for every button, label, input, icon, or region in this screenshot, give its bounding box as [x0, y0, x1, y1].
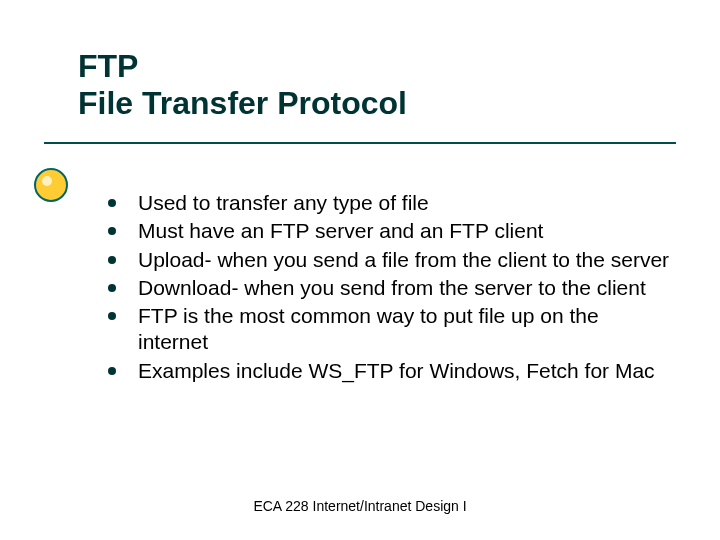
list-item: Upload- when you send a file from the cl… [108, 247, 670, 273]
title-underline [44, 142, 676, 144]
bullet-icon [108, 227, 116, 235]
bullet-text: Must have an FTP server and an FTP clien… [138, 218, 670, 244]
slide-title: FTP File Transfer Protocol [78, 48, 658, 122]
list-item: FTP is the most common way to put file u… [108, 303, 670, 356]
list-item: Examples include WS_FTP for Windows, Fet… [108, 358, 670, 384]
bullet-icon [108, 256, 116, 264]
slide-footer: ECA 228 Internet/Intranet Design I [0, 498, 720, 514]
title-line-2: File Transfer Protocol [78, 85, 658, 122]
bullet-icon [108, 312, 116, 320]
bullet-icon [108, 367, 116, 375]
slide: FTP File Transfer Protocol Used to trans… [0, 0, 720, 540]
bullet-list: Used to transfer any type of file Must h… [108, 190, 670, 386]
bullet-text: Upload- when you send a file from the cl… [138, 247, 670, 273]
bullet-icon [108, 284, 116, 292]
bullet-icon [108, 199, 116, 207]
bullet-text: FTP is the most common way to put file u… [138, 303, 670, 356]
bullet-text: Download- when you send from the server … [138, 275, 670, 301]
list-item: Must have an FTP server and an FTP clien… [108, 218, 670, 244]
list-item: Used to transfer any type of file [108, 190, 670, 216]
bullet-text: Used to transfer any type of file [138, 190, 670, 216]
list-item: Download- when you send from the server … [108, 275, 670, 301]
title-line-1: FTP [78, 48, 658, 85]
accent-circle-icon [34, 168, 68, 202]
bullet-text: Examples include WS_FTP for Windows, Fet… [138, 358, 670, 384]
